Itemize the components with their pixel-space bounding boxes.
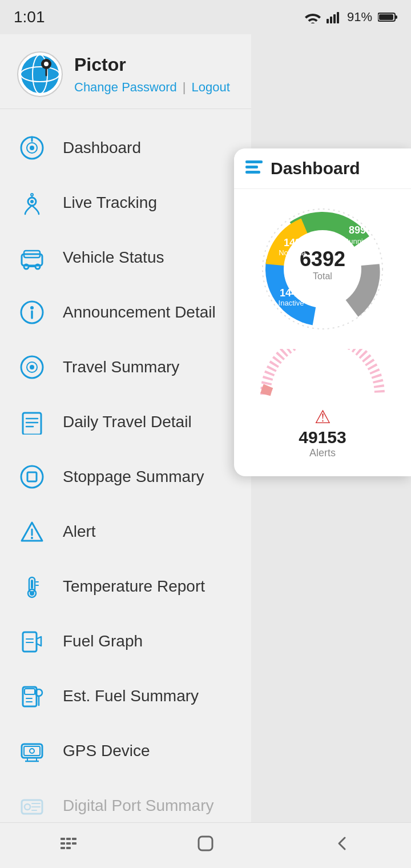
svg-rect-86 xyxy=(61,838,65,840)
sidebar-item-gps-device[interactable]: GPS Device xyxy=(0,724,251,778)
svg-rect-32 xyxy=(23,413,41,435)
stoppage-icon xyxy=(17,462,47,492)
dashboard-icon xyxy=(17,133,47,163)
alerts-section: ⚠ 49153 Alerts xyxy=(234,343,411,465)
sidebar-item-label: Dashboard xyxy=(63,139,141,157)
live-tracking-icon xyxy=(17,188,47,218)
sidebar-item-travel-summary[interactable]: Travel Summary xyxy=(0,340,251,395)
sidebar-item-temperature[interactable]: Temperature Report xyxy=(0,559,251,614)
sidebar-item-label: Fuel Graph xyxy=(63,632,143,650)
wifi-icon xyxy=(305,11,321,23)
svg-point-19 xyxy=(31,194,33,196)
announcement-icon xyxy=(17,298,47,327)
change-password-link[interactable]: Change Password xyxy=(74,80,177,95)
digital-port-icon xyxy=(17,791,47,821)
sidebar-item-daily-travel[interactable]: Daily Travel Detail xyxy=(0,395,251,449)
sidebar-item-live-tracking[interactable]: Live Tracking xyxy=(0,175,251,230)
daily-travel-icon xyxy=(17,407,47,437)
sidebar-item-label: Temperature Report xyxy=(63,577,205,596)
svg-rect-21 xyxy=(22,254,42,266)
sidebar-item-stoppage[interactable]: Stoppage Summary xyxy=(0,449,251,504)
svg-text:Inactive: Inactive xyxy=(279,299,304,307)
chart-container: 6392 Total 899 Running 143 No Data 1442 … xyxy=(234,189,411,343)
svg-rect-74 xyxy=(245,166,258,168)
svg-point-30 xyxy=(30,365,34,369)
card-header: Dashboard xyxy=(234,148,411,189)
sidebar-item-label: Daily Travel Detail xyxy=(63,413,192,431)
svg-rect-75 xyxy=(245,171,260,174)
sidebar-item-label: Travel Summary xyxy=(63,358,179,376)
header-divider: | xyxy=(183,80,186,95)
svg-rect-50 xyxy=(25,689,35,694)
svg-text:143: 143 xyxy=(284,237,301,248)
donut-chart: 6392 Total 899 Running 143 No Data 1442 … xyxy=(245,200,400,337)
travel-summary-icon xyxy=(17,352,47,382)
svg-point-39 xyxy=(31,537,33,539)
drawer-header-text: Pictor Change Password | Logout xyxy=(74,54,230,95)
status-bar: 1:01 91% xyxy=(0,0,411,34)
svg-rect-92 xyxy=(61,847,65,849)
gps-device-icon xyxy=(17,736,47,766)
svg-point-23 xyxy=(24,264,29,269)
svg-text:Total: Total xyxy=(313,271,332,281)
svg-text:No Data: No Data xyxy=(279,248,306,257)
back-button[interactable] xyxy=(315,827,370,864)
recents-button[interactable] xyxy=(41,827,96,864)
svg-rect-91 xyxy=(72,842,76,845)
menu-lines-icon xyxy=(245,160,263,176)
svg-rect-2 xyxy=(333,14,336,23)
battery-icon xyxy=(378,12,397,22)
alert-icon xyxy=(17,517,47,546)
svg-rect-5 xyxy=(395,15,397,19)
svg-rect-87 xyxy=(66,838,71,840)
battery-text: 91% xyxy=(347,10,372,25)
drawer-header: Pictor Change Password | Logout xyxy=(0,34,251,109)
svg-rect-56 xyxy=(24,746,40,756)
signal-icon xyxy=(327,11,341,23)
svg-point-14 xyxy=(30,146,34,150)
svg-rect-73 xyxy=(245,160,263,163)
svg-text:899: 899 xyxy=(349,224,366,236)
svg-rect-94 xyxy=(199,837,212,850)
sidebar-item-dashboard[interactable]: Dashboard xyxy=(0,120,251,175)
sidebar-item-label: Stoppage Summary xyxy=(63,468,204,486)
svg-rect-89 xyxy=(61,842,65,845)
svg-point-60 xyxy=(30,749,34,753)
home-button[interactable] xyxy=(178,827,233,864)
dashboard-card: Dashboard 6392 Total 899 Running xyxy=(234,148,411,476)
sidebar-item-label: Announcement Detail xyxy=(63,303,216,322)
svg-rect-6 xyxy=(379,14,393,20)
status-time: 1:01 xyxy=(14,8,45,26)
svg-point-36 xyxy=(21,466,43,488)
menu-list: Dashboard Live Tracking xyxy=(0,115,251,868)
svg-rect-0 xyxy=(327,19,329,23)
fuel-graph-icon xyxy=(17,626,47,656)
sidebar-item-fuel-graph[interactable]: Fuel Graph xyxy=(0,614,251,669)
sidebar-item-label: Alert xyxy=(63,523,96,541)
sidebar-item-est-fuel[interactable]: Est. Fuel Summary xyxy=(0,669,251,724)
app-name: Pictor xyxy=(74,54,230,75)
sidebar-item-alert[interactable]: Alert xyxy=(0,504,251,559)
svg-rect-90 xyxy=(66,842,71,845)
svg-rect-1 xyxy=(330,17,332,23)
vehicle-status-icon xyxy=(17,243,47,272)
svg-rect-93 xyxy=(66,847,71,849)
svg-text:1442: 1442 xyxy=(280,287,303,299)
alerts-gauge xyxy=(254,349,391,400)
drawer: Pictor Change Password | Logout Dashboar… xyxy=(0,34,251,868)
header-links: Change Password | Logout xyxy=(74,80,230,95)
svg-rect-3 xyxy=(337,12,339,23)
svg-point-24 xyxy=(35,264,40,269)
alert-count: 49153 xyxy=(299,428,346,447)
svg-rect-37 xyxy=(27,472,37,481)
sidebar-item-vehicle-status[interactable]: Vehicle Status xyxy=(0,230,251,285)
status-icons: 91% xyxy=(305,10,397,25)
sidebar-item-announcement[interactable]: Announcement Detail xyxy=(0,285,251,340)
logout-link[interactable]: Logout xyxy=(192,80,230,95)
svg-rect-43 xyxy=(31,580,33,589)
svg-point-18 xyxy=(30,200,34,203)
est-fuel-icon xyxy=(17,681,47,711)
svg-point-42 xyxy=(30,591,34,596)
alert-warning-icon: ⚠ xyxy=(315,406,331,428)
alert-label: Alerts xyxy=(309,447,336,459)
